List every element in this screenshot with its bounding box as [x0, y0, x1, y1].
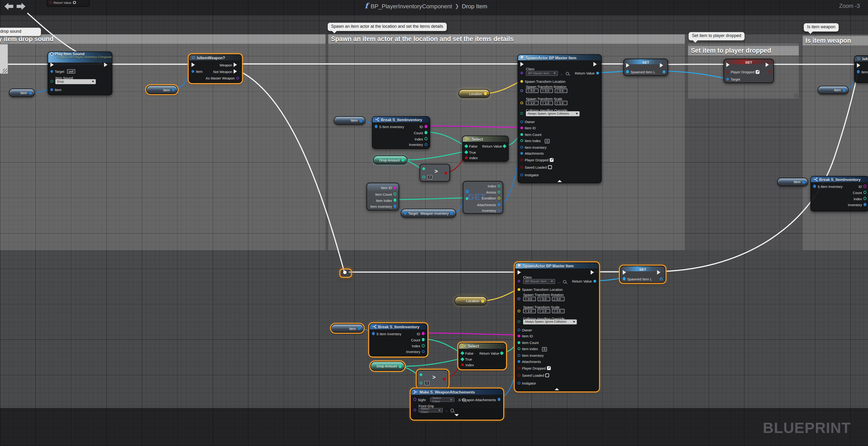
item-id-pin[interactable]: Item ID: [381, 186, 396, 190]
item-inventory-pin[interactable]: Item Inventory: [518, 353, 544, 357]
front-grip-use-browse-icons[interactable]: ←: [445, 409, 454, 412]
location-out-pin[interactable]: [481, 299, 485, 302]
node-break-item-inventory[interactable]: Break S_ItemInventory S Item Inventory I…: [372, 116, 430, 149]
node-spawn-actor[interactable]: SpawnActor BP Master Item Class BP Maste…: [515, 262, 599, 391]
class-dropdown[interactable]: BP Master Item: [526, 71, 558, 76]
b-value-field[interactable]: 0: [425, 381, 430, 385]
true-pin[interactable]: True: [465, 150, 476, 154]
item-index-field[interactable]: 0: [545, 139, 550, 143]
exec-in-pin[interactable]: [191, 63, 197, 67]
rotation-y-field[interactable]: Y0.0: [540, 89, 553, 93]
item-index-pin[interactable]: Item Index: [376, 198, 396, 202]
rotation-y-field[interactable]: Y0.0: [537, 297, 550, 301]
node-array-get[interactable]: GET Index Ammo Condition Attachments Inv…: [463, 181, 503, 214]
collision-dropdown[interactable]: Always Spawn, Ignore Collisions: [523, 319, 577, 324]
collision-dropdown[interactable]: Always Spawn, Ignore Collisions: [526, 111, 580, 116]
saved-loaded-checkbox[interactable]: [548, 165, 552, 169]
spawn-rotation-pin[interactable]: [520, 89, 523, 92]
index-out-pin[interactable]: Index: [415, 137, 428, 140]
index-out-pin[interactable]: Index: [412, 344, 425, 348]
instigator-pin[interactable]: Instigator: [520, 173, 539, 177]
inventory-out-pin[interactable]: Inventory: [482, 209, 500, 212]
exec-out-pin[interactable]: [591, 270, 596, 275]
breadcrumb-root[interactable]: BP_PlayerInventoryComponent: [371, 3, 452, 9]
item-pin[interactable]: Item: [191, 69, 203, 73]
item-out-pin[interactable]: [29, 91, 32, 94]
sight-class-dropdown[interactable]: Select Class: [430, 397, 455, 402]
count-out-pin[interactable]: Count: [411, 338, 425, 341]
sight-pin[interactable]: Sight: [413, 397, 426, 401]
item-inventory-pin[interactable]: Item Inventory: [370, 204, 396, 208]
false-pin[interactable]: False: [465, 144, 477, 148]
node-item-pins-group[interactable]: Item ID Item Count Item Index Item Inven…: [367, 183, 399, 211]
node-set-spawned-item[interactable]: SET Spawned Item L: [623, 59, 668, 76]
weapon-inventory-array-pin[interactable]: [450, 211, 453, 215]
node-greater-than[interactable]: 0 >: [420, 164, 450, 182]
saved-loaded-pin[interactable]: Saved Loaded: [520, 165, 552, 169]
item-index-pin[interactable]: Item Index: [520, 139, 540, 142]
node-make-weapon-attachements[interactable]: Make S_WeaponAttachements Sight Select C…: [411, 389, 503, 420]
b-value-field[interactable]: 0: [427, 175, 432, 179]
comment-header[interactable]: Set item to player dropped: [688, 46, 799, 55]
item-sound-pin[interactable]: [50, 80, 53, 83]
exec-in-pin[interactable]: [520, 62, 526, 66]
scale-x-field[interactable]: X1.0: [526, 101, 539, 105]
target-self-value[interactable]: self: [67, 69, 75, 74]
spawned-item-in-pin[interactable]: Spawned Item L: [626, 70, 655, 73]
collision-pin[interactable]: [518, 320, 521, 323]
player-dropped-checkbox[interactable]: [547, 366, 551, 370]
exec-in-pin[interactable]: [626, 63, 631, 67]
owner-pin[interactable]: Owner: [520, 120, 535, 124]
attachments-pin[interactable]: Attachments: [520, 151, 544, 155]
struct-in-pin[interactable]: S Item Inventory: [375, 125, 404, 128]
index-pin[interactable]: Index: [461, 363, 474, 367]
exec-out-pin[interactable]: [657, 270, 662, 275]
player-dropped-pin[interactable]: Player Dropped: [520, 158, 554, 162]
count-out-pin[interactable]: Count: [853, 191, 866, 194]
exec-out-pin[interactable]: [766, 63, 771, 67]
weapon-exec-pin[interactable]: Weapon: [219, 63, 239, 67]
result-out-pin[interactable]: [444, 172, 447, 175]
node-weapon-inventory[interactable]: Target Weapon Inventory: [401, 209, 456, 218]
inventory-out-pin[interactable]: Inventory: [406, 350, 425, 353]
item-sound-dropdown[interactable]: Drop: [55, 79, 96, 84]
item-out-pin[interactable]: [172, 88, 175, 91]
exec-in-pin[interactable]: [518, 270, 523, 275]
node-set-player-dropped[interactable]: SET Player Dropped Target: [723, 59, 774, 83]
b-in-pin[interactable]: [420, 381, 423, 385]
item-pin[interactable]: Item: [857, 70, 868, 73]
saved-loaded-checkbox[interactable]: [546, 373, 549, 377]
inventory-out-pin[interactable]: Inventory: [848, 202, 866, 206]
player-dropped-out-pin[interactable]: [768, 70, 771, 73]
true-pin[interactable]: True: [461, 357, 472, 361]
false-pin[interactable]: False: [461, 351, 473, 355]
ammo-out-pin[interactable]: Ammo: [486, 190, 500, 194]
drop-amount-out-pin[interactable]: [401, 158, 405, 162]
rotation-x-field[interactable]: X0.0: [523, 297, 536, 301]
target-pin[interactable]: Target: [50, 69, 64, 73]
collision-pin[interactable]: [520, 112, 523, 115]
comment-header[interactable]: Spawn an item actor at the location and …: [328, 34, 685, 44]
item-id-pin[interactable]: Item ID: [518, 334, 533, 338]
attachments-pin[interactable]: Attachments: [518, 360, 541, 363]
spawn-location-pin[interactable]: Spawn Transform Location: [518, 288, 563, 291]
item-index-field[interactable]: 0: [542, 347, 547, 351]
instigator-pin[interactable]: Instigator: [518, 381, 536, 385]
struct-in-pin[interactable]: S Item Inventory: [813, 184, 843, 188]
rotation-z-field[interactable]: Z0.0: [552, 297, 565, 301]
class-use-browse-icons[interactable]: ←: [560, 72, 569, 75]
return-value-pin[interactable]: Return Value: [482, 144, 506, 148]
condition-out-pin[interactable]: Condition: [482, 196, 500, 200]
oval-drop-amount[interactable]: Drop Amount: [373, 156, 408, 164]
reroute-node[interactable]: [339, 268, 352, 278]
item-count-pin[interactable]: Item Count: [518, 341, 539, 345]
result-out-pin[interactable]: [443, 378, 446, 381]
spawned-item-out-pin[interactable]: [662, 70, 665, 73]
resize-handle[interactable]: [3, 69, 7, 73]
drop-amount-out-pin[interactable]: [399, 364, 402, 368]
oval-location[interactable]: Location: [458, 89, 490, 98]
scale-x-field[interactable]: X1.0: [523, 309, 536, 313]
location-out-pin[interactable]: [484, 92, 487, 95]
oval-item[interactable]: Item: [9, 89, 35, 97]
item-out-pin[interactable]: [358, 327, 361, 330]
